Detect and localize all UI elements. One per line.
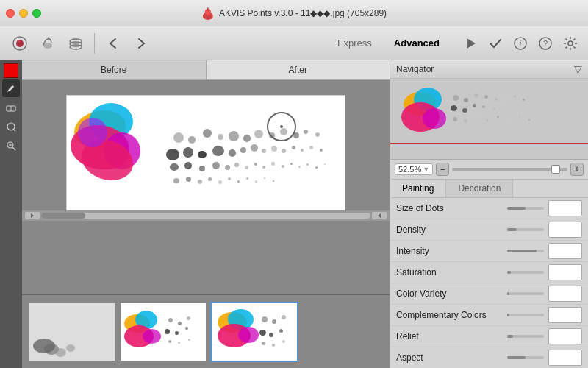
zoom-slider-thumb[interactable]	[551, 165, 560, 174]
setting-slider-6[interactable]	[507, 335, 544, 338]
info-icon[interactable]: i	[510, 33, 531, 54]
paint-bucket-icon[interactable]	[35, 31, 60, 56]
check-icon[interactable]	[485, 33, 506, 54]
svg-point-6	[17, 40, 20, 43]
setting-value-box-1: ▲ ▼	[548, 222, 582, 238]
erase-tool[interactable]	[2, 99, 20, 116]
navigator-red-line	[390, 143, 588, 144]
thumbnail-2[interactable]	[119, 302, 207, 362]
tab-decoration[interactable]: Decoration	[446, 180, 513, 197]
settings-panel: Size of Dots ▲ ▼ Density ▲ ▼ Intensity	[390, 198, 588, 368]
setting-slider-fill-0	[507, 207, 526, 210]
action-group: i ?	[460, 33, 581, 54]
zoom-slider[interactable]	[452, 168, 567, 171]
setting-slider-3[interactable]	[507, 271, 544, 274]
before-tab[interactable]: Before	[22, 60, 206, 80]
navigator-preview	[390, 79, 588, 160]
setting-slider-1[interactable]	[507, 228, 544, 231]
navigator-header: Navigator ▽	[390, 60, 588, 79]
run-icon[interactable]	[460, 33, 481, 54]
express-mode-button[interactable]: Express	[327, 35, 382, 52]
setting-value-box-2: ▲ ▼	[548, 243, 582, 259]
zoom-value-dropdown[interactable]: 52.5% ▼	[395, 163, 433, 175]
close-button[interactable]	[6, 9, 15, 18]
setting-row-6: Relief ▲ ▼	[390, 326, 588, 347]
setting-slider-fill-7	[507, 356, 526, 359]
question-icon[interactable]: ?	[535, 33, 556, 54]
setting-label-5: Complementary Colors	[396, 310, 507, 320]
setting-label-2: Intensity	[396, 246, 507, 256]
tools-panel	[0, 60, 22, 368]
setting-label-3: Saturation	[396, 267, 507, 277]
setting-slider-4[interactable]	[507, 292, 544, 295]
before-after-tabs: Before After	[22, 60, 390, 80]
zoom-in-button[interactable]: +	[570, 163, 584, 176]
setting-row-5: Complementary Colors ▲ ▼	[390, 305, 588, 326]
zoom-out-button[interactable]: −	[436, 163, 449, 176]
setting-row-4: Color Variety ▲ ▼	[390, 283, 588, 305]
setting-slider-7[interactable]	[507, 356, 544, 359]
canvas-viewport[interactable]	[22, 80, 390, 294]
zoom-tool[interactable]	[2, 137, 20, 155]
setting-value-input-4[interactable]	[549, 289, 582, 299]
navigator-title: Navigator	[396, 64, 434, 74]
layers-icon[interactable]	[63, 31, 88, 56]
setting-label-7: Aspect	[396, 353, 507, 363]
back-button[interactable]	[101, 31, 126, 56]
setting-value-box-3: ▲ ▼	[548, 264, 582, 280]
setting-slider-0[interactable]	[507, 207, 544, 210]
setting-slider-5[interactable]	[507, 314, 544, 316]
thumbnail-1[interactable]	[28, 302, 116, 362]
advanced-mode-button[interactable]: Advanced	[384, 35, 450, 52]
setting-label-0: Size of Dots	[396, 203, 507, 213]
navigator-collapse-button[interactable]: ▽	[574, 63, 582, 75]
setting-value-box-7: ▲ ▼	[548, 350, 582, 366]
window-title: AKVIS Points v.3.0 - 11◆◆◆.jpg (705x289)	[201, 7, 387, 20]
color-swatch[interactable]	[4, 63, 18, 78]
tab-painting[interactable]: Painting	[390, 180, 446, 197]
setting-value-input-2[interactable]	[549, 246, 582, 256]
thumbnail-strip	[22, 294, 390, 368]
main-layout: Before After	[0, 60, 588, 368]
setting-value-input-1[interactable]	[549, 224, 582, 235]
svg-point-16	[568, 41, 573, 46]
setting-value-input-5[interactable]	[549, 310, 582, 320]
draw-tool[interactable]	[2, 79, 20, 97]
setting-value-input-6[interactable]	[549, 331, 582, 342]
separator	[94, 33, 95, 54]
forward-button[interactable]	[129, 31, 154, 56]
setting-row-0: Size of Dots ▲ ▼	[390, 198, 588, 219]
maximize-button[interactable]	[32, 9, 41, 18]
setting-value-box-6: ▲ ▼	[548, 328, 582, 344]
minimize-button[interactable]	[19, 9, 28, 18]
after-tab[interactable]: After	[207, 60, 390, 80]
svg-line-22	[12, 147, 15, 150]
svg-point-10	[70, 45, 82, 49]
setting-slider-2[interactable]	[507, 250, 544, 252]
setting-value-box-4: ▲ ▼	[548, 286, 582, 302]
thumbnail-3[interactable]	[210, 302, 298, 362]
svg-marker-11	[467, 38, 476, 49]
zoom-control: 52.5% ▼ − +	[390, 160, 588, 180]
setting-slider-fill-6	[507, 335, 513, 338]
setting-row-2: Intensity ▲ ▼	[390, 241, 588, 262]
brush-icon[interactable]	[7, 31, 32, 56]
setting-label-1: Density	[396, 224, 507, 235]
toolbar: Express Advanced i ?	[0, 26, 588, 60]
svg-point-7	[43, 43, 52, 49]
setting-value-input-7[interactable]	[549, 353, 582, 363]
setting-row-1: Density ▲ ▼	[390, 219, 588, 241]
setting-row-3: Saturation ▲ ▼	[390, 262, 588, 283]
svg-marker-3	[207, 7, 209, 11]
setting-slider-fill-4	[507, 292, 509, 295]
setting-value-input-3[interactable]	[549, 267, 582, 277]
setting-value-box-0: ▲ ▼	[548, 200, 582, 216]
setting-slider-fill-2	[507, 250, 537, 252]
settings-icon[interactable]	[560, 33, 581, 54]
setting-slider-fill-3	[507, 271, 511, 274]
select-tool[interactable]	[2, 118, 20, 135]
setting-value-input-0[interactable]	[549, 203, 582, 213]
settings-tabs: Painting Decoration	[390, 180, 588, 198]
svg-line-20	[13, 129, 15, 131]
setting-slider-fill-5	[507, 314, 509, 316]
